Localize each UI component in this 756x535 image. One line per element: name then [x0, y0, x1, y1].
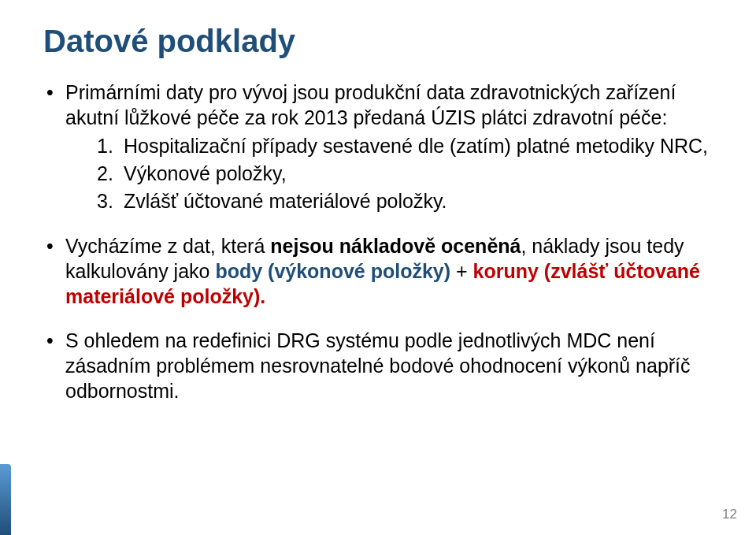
- b2-t2: nejsou nákladově oceněná: [270, 235, 521, 257]
- b2-t1: Vycházíme z dat, která: [65, 235, 270, 257]
- num-item-1: Hospitalizační případy sestavené dle (za…: [97, 133, 713, 159]
- num-item-2: Výkonové položky,: [97, 161, 713, 187]
- bullet-3: S ohledem na redefinici DRG systému podl…: [43, 328, 713, 403]
- bullet-1-lead: Primárními daty pro vývoj jsou produkční…: [65, 81, 676, 128]
- b2-t5: +: [456, 260, 473, 282]
- slide: Datové podklady Primárními daty pro vývo…: [0, 0, 756, 535]
- numbered-list: Hospitalizační případy sestavené dle (za…: [97, 133, 713, 214]
- num-item-3: Zvlášť účtované materiálové položky.: [97, 188, 713, 214]
- bullet-2: Vycházíme z dat, která nejsou nákladově …: [43, 233, 713, 309]
- bullet-1: Primárními daty pro vývoj jsou produkční…: [43, 80, 713, 214]
- slide-title: Datové podklady: [43, 24, 713, 59]
- b2-t4: body (výkonové položky): [215, 260, 456, 282]
- bullet-list: Primárními daty pro vývoj jsou produkční…: [43, 80, 713, 403]
- decorative-edge-icon: [0, 464, 11, 535]
- page-number: 12: [722, 507, 737, 522]
